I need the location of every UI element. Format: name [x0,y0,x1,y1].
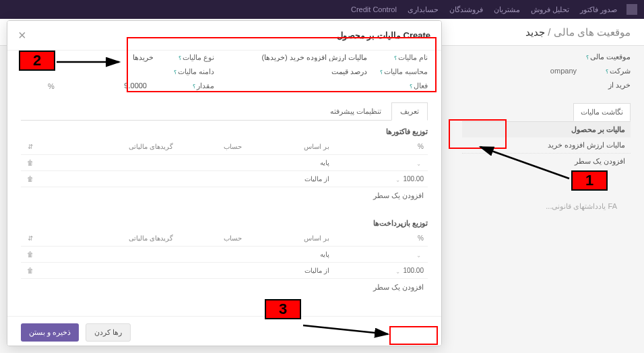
tax-calc-value[interactable]: درصد قیمت [234,67,367,76]
percent-sign: % [21,82,55,90]
tab-definition[interactable]: تعریف [391,102,428,121]
save-button[interactable]: ذخیره و بستن [21,323,79,342]
tax-type-label: نوع مالیات؟ [154,53,214,62]
table-row[interactable]: پایه 🗑 [21,155,428,171]
col-grids: گریدهای مالیاتی [40,230,177,247]
col-move: ⇵ [21,139,40,155]
tab-tax-mapping[interactable]: نگاشت مالیات [573,103,631,121]
delete-icon[interactable]: 🗑 [21,263,40,279]
col-account: حساب [177,230,246,247]
tax-scope-label: دامنه مالیات؟ [154,67,214,76]
top-nav: صدور فاکتور تحلیل فروش مشتریان فروشندگان… [0,0,644,19]
underlying-form: موقعیت مالی؟ شرکت؟ ompany خرید از نگاشت … [449,46,644,176]
amount-label: مقدار؟ [154,82,214,90]
col-account: حساب [177,139,246,155]
list-item-vat-purchase[interactable]: مالیات ارزش افزوده خرید [462,137,631,154]
legal-notes-placeholder[interactable]: FA یادداشتهای قانونی... [546,202,617,211]
add-line-underlying[interactable]: افزودن یک سطر [462,154,631,169]
tax-type-value[interactable]: خریدها [21,53,154,62]
nav-credit-control[interactable]: Credit Control [351,5,397,13]
col-pct: % [333,230,428,247]
apps-icon[interactable] [626,4,637,15]
nav-accounting[interactable]: حسابداری [408,5,439,14]
delete-icon[interactable]: 🗑 [21,247,40,263]
section-tax-on-product: مالیات بر محصول [462,122,631,137]
breadcrumb: موقعیت های مالی / جدید [525,26,631,38]
delete-icon[interactable]: 🗑 [21,171,40,187]
create-tax-modal: Create مالیات بر محصول × نام مالیات؟ محا… [7,20,442,346]
close-icon[interactable]: × [18,28,26,43]
company-label: شرکت؟ [577,67,631,75]
col-grids: گریدهای مالیاتی [40,139,177,155]
refund-dist-table: % بر اساس حساب گریدهای مالیاتی ⇵ پایه 🗑 … [21,230,428,279]
company-value: ompany [550,67,577,75]
table-row[interactable]: 100.00 از مالیات 🗑 [21,171,428,187]
table-row[interactable]: پایه 🗑 [21,247,428,263]
active-label: فعال؟ [367,82,428,90]
fiscal-position-label: موقعیت مالی؟ [577,53,631,61]
invoice-dist-title: توزیع فاکتورها [21,127,428,136]
amount-input[interactable] [106,82,147,90]
tab-advanced[interactable]: تنظیمات پیشرفته [322,103,389,120]
col-based: بر اساس [246,230,333,247]
table-row[interactable]: 100.00 از مالیات 🗑 [21,263,428,279]
tax-name-label: نام مالیات؟ [367,53,428,62]
add-line-invoices[interactable]: افزودن یک سطر [21,187,428,204]
modal-title: Create مالیات بر محصول [337,30,430,40]
tax-name-input[interactable] [234,53,367,62]
delete-icon[interactable]: 🗑 [21,155,40,171]
add-line-refunds[interactable]: افزودن یک سطر [21,279,428,296]
buy-from-label: خرید از [577,81,631,90]
nav-customers[interactable]: مشتریان [494,5,520,14]
nav-sales-analysis[interactable]: تحلیل فروش [531,5,569,14]
invoice-dist-table: % بر اساس حساب گریدهای مالیاتی ⇵ پایه 🗑 … [21,139,428,187]
col-based: بر اساس [246,139,333,155]
tax-calc-label: محاسبه مالیات؟ [367,67,428,76]
col-move: ⇵ [21,230,40,247]
nav-vendors[interactable]: فروشندگان [449,5,483,14]
nav-invoicing[interactable]: صدور فاکتور [580,5,617,14]
discard-button[interactable]: رها کردن [86,323,131,342]
col-pct: % [333,139,428,155]
refund-dist-title: توزیع بازپرداخت‌ها [21,219,428,228]
